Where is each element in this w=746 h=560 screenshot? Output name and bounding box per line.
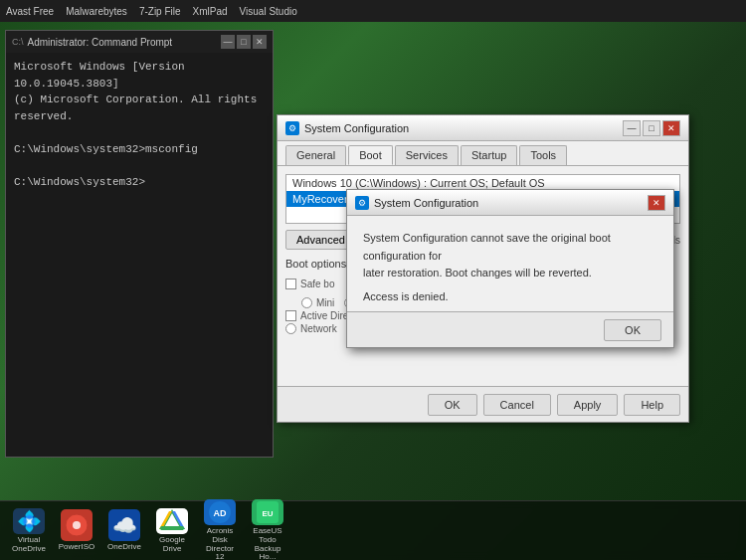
syscfg-title: ⚙ System Configuration	[285, 121, 409, 135]
svg-marker-5	[159, 526, 185, 529]
taskbar-top-item[interactable]: Malwarebytes	[60, 0, 133, 22]
taskbar-top-item[interactable]: Avast Free	[0, 0, 60, 22]
network-label: Network	[300, 323, 337, 334]
mini-label: Mini	[316, 297, 334, 308]
error-message-line2: later restoration. Boot changes will be …	[363, 267, 592, 279]
desktop: Avast Free Malwarebytes 7-Zip File XmlPa…	[0, 0, 746, 560]
error-message-line1: System Configuration cannot save the ori…	[363, 232, 611, 262]
cmd-window: C:\ Administrator: Command Prompt — □ ✕ …	[5, 30, 274, 458]
syscfg-ok-button[interactable]: OK	[428, 394, 477, 416]
taskbar-bottom: 💠 VirtualOneDrive PowerISO ☁️ OneDrive G	[0, 500, 746, 560]
syscfg-apply-button[interactable]: Apply	[557, 394, 619, 416]
cmd-controls: — □ ✕	[221, 35, 267, 49]
cmd-line-1: Microsoft Windows [Version 10.0.19045.38…	[14, 59, 265, 92]
cmd-line-6: C:\Windows\system32>	[14, 174, 265, 191]
error-titlebar: ⚙ System Configuration ✕	[347, 190, 673, 216]
taskbar-icon-google-drive[interactable]: Google Drive	[151, 506, 193, 556]
cmd-body: Microsoft Windows [Version 10.0.19045.38…	[6, 53, 273, 196]
syscfg-close-button[interactable]: ✕	[662, 120, 680, 136]
cmd-close-button[interactable]: ✕	[253, 35, 267, 49]
error-message: System Configuration cannot save the ori…	[363, 230, 657, 282]
error-ok-button[interactable]: OK	[604, 319, 661, 341]
taskbar-top-item[interactable]: XmlPad	[187, 0, 234, 22]
syscfg-title-icon: ⚙	[285, 121, 299, 135]
syscfg-footer: OK Cancel Apply Help	[278, 386, 688, 422]
svg-text:AD: AD	[214, 508, 227, 518]
error-dialog: ⚙ System Configuration ✕ System Configur…	[346, 189, 674, 348]
svg-text:EU: EU	[262, 509, 273, 518]
cmd-titlebar: C:\ Administrator: Command Prompt — □ ✕	[6, 31, 273, 53]
mini-radio[interactable]: Mini	[301, 297, 334, 308]
cmd-title-text: Administrator: Command Prompt	[28, 37, 173, 48]
svg-point-1	[73, 521, 81, 529]
syscfg-maximize-button[interactable]: □	[643, 120, 660, 136]
error-title-text: System Configuration	[374, 197, 478, 209]
taskbar-icon-easeus[interactable]: EU EaseUS TodoBackup Ho...	[247, 506, 288, 556]
error-close-button[interactable]: ✕	[648, 195, 665, 211]
taskbar-top-item[interactable]: 7-Zip File	[133, 0, 187, 22]
taskbar-top-item[interactable]: Visual Studio	[234, 0, 303, 22]
cmd-line-2: (c) Microsoft Corporation. All rights re…	[14, 92, 265, 124]
error-footer: OK	[347, 311, 673, 347]
error-window-controls: ✕	[648, 195, 665, 211]
taskbar-icon-poweriso[interactable]: PowerISO	[56, 506, 97, 556]
cmd-line-5	[14, 157, 265, 174]
syscfg-title-text: System Configuration	[304, 122, 409, 134]
safe-boot-check-icon	[285, 279, 296, 289]
cmd-title: C:\ Administrator: Command Prompt	[12, 37, 172, 48]
tabs-bar: General Boot Services Startup Tools	[278, 141, 688, 166]
syscfg-cancel-button[interactable]: Cancel	[483, 394, 551, 416]
taskbar-icon-acronis[interactable]: AD Acronis DiskDirector 12	[199, 506, 241, 556]
network-radio-icon	[285, 323, 296, 334]
syscfg-window-controls: — □ ✕	[623, 120, 680, 136]
cmd-minimize-button[interactable]: —	[221, 35, 235, 49]
cmd-line-3	[14, 124, 265, 141]
tab-boot[interactable]: Boot	[348, 145, 393, 165]
taskbar-top: Avast Free Malwarebytes 7-Zip File XmlPa…	[0, 0, 746, 22]
access-denied-text: Access is denied.	[363, 290, 657, 302]
syscfg-minimize-button[interactable]: —	[623, 120, 641, 136]
taskbar-icon-onedrive[interactable]: ☁️ OneDrive	[103, 506, 145, 556]
tab-general[interactable]: General	[285, 145, 346, 165]
active-dir-check-icon	[285, 310, 296, 321]
taskbar-icon-virtual-onedrive[interactable]: 💠 VirtualOneDrive	[8, 506, 50, 556]
syscfg-help-button[interactable]: Help	[624, 394, 680, 416]
tab-services[interactable]: Services	[395, 145, 459, 165]
cmd-maximize-button[interactable]: □	[237, 35, 251, 49]
tab-tools[interactable]: Tools	[519, 145, 567, 165]
cmd-line-4: C:\Windows\system32>msconfig	[14, 141, 265, 158]
syscfg-titlebar: ⚙ System Configuration — □ ✕	[278, 115, 688, 141]
error-body: System Configuration cannot save the ori…	[347, 216, 673, 312]
error-title: ⚙ System Configuration	[355, 196, 478, 210]
error-title-icon: ⚙	[355, 196, 369, 210]
safe-boot-label: Safe bo	[300, 279, 334, 289]
tab-startup[interactable]: Startup	[461, 145, 517, 165]
